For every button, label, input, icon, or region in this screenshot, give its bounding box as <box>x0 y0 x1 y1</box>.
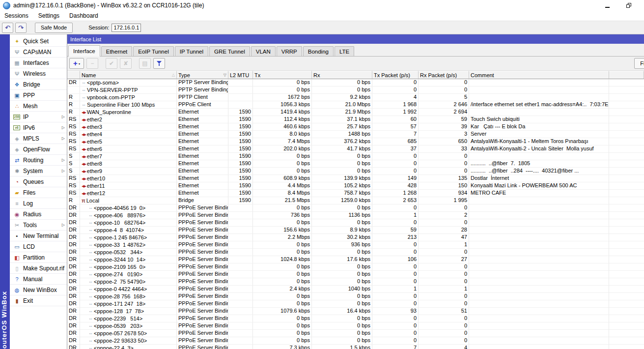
table-row[interactable]: DR⇔<pppoe-1 245 84676>PPPoE Server Bindi… <box>67 234 644 241</box>
disable-button[interactable]: ✘ <box>120 58 132 69</box>
sidebar-item-openflow[interactable]: ◈OpenFlow <box>10 144 67 155</box>
column-header-comment[interactable]: Comment <box>469 71 609 79</box>
table-row[interactable]: DR⇔<pppoe-0532 344>PPPoE Server Binding0… <box>67 249 644 256</box>
table-row[interactable]: ⇔VPN-SERVER-PPTPPPTP Server Binding0 bps… <box>67 87 644 94</box>
column-header-rx-packet-p-s[interactable]: Rx Packet (p/s) <box>419 71 469 79</box>
table-row[interactable]: DR⇔<pppoe-171 247 18>PPPoE Server Bindin… <box>67 300 644 308</box>
table-row[interactable]: DR⇔<pppoe-0 4422 4464>PPPoE Server Bindi… <box>67 286 644 293</box>
menu-dashboard[interactable]: Dashboard <box>69 12 98 19</box>
table-row[interactable]: RS◀▶ether2Ethernet1590112.4 kbps37.1 kbp… <box>67 116 644 123</box>
sidebar-item-manual[interactable]: ?Manual <box>10 274 67 285</box>
interface-name: <pppoe-0 4422 4464> <box>94 286 147 292</box>
sidebar-item-interfaces[interactable]: ▦Interfaces <box>10 58 67 68</box>
filter-button[interactable] <box>153 58 165 69</box>
table-row[interactable]: DR⇔<pppoe-4 8 41074>PPPoE Server Binding… <box>67 227 644 234</box>
tab-ethernet[interactable]: Ethernet <box>101 46 132 56</box>
sidebar-item-bridge[interactable]: ❖Bridge <box>10 79 67 90</box>
table-row[interactable]: DR⇔<pppoe-406 88976>PPPoE Server Binding… <box>67 212 644 219</box>
table-row[interactable]: DR⇔<pppoe-40456 19 0>PPPoE Server Bindin… <box>67 204 644 212</box>
table-row[interactable]: S◀▶ether7Ethernet15900 bps0 bps00 <box>67 153 644 160</box>
table-row[interactable]: DR⇔<pppoe-3244 10 14>PPPoE Server Bindin… <box>67 256 644 263</box>
tab-bonding[interactable]: Bonding <box>303 46 334 56</box>
tab-vrrp[interactable]: VRRP <box>277 46 302 56</box>
sidebar-item-exit[interactable]: ▮Exit <box>10 295 67 306</box>
tab-vlan[interactable]: VLAN <box>251 46 276 56</box>
sidebar-item-mesh[interactable]: ∴Mesh <box>10 101 67 112</box>
comment-cell: METRO CAFE <box>469 190 609 197</box>
table-row[interactable]: DR⇔<pppoe-057 2678 50>PPPoE Server Bindi… <box>67 330 644 337</box>
column-header-tx[interactable]: Tx <box>253 71 312 79</box>
sidebar-item-files[interactable]: ▰Files <box>10 187 67 198</box>
table-row[interactable]: RS◀▶ether11Ethernet15904.4 Mbps105.2 kbp… <box>67 182 644 190</box>
enable-button[interactable]: ✔ <box>106 58 117 69</box>
table-row[interactable]: S◀▶ether8Ethernet15900 bps0 bps00.......… <box>67 160 644 168</box>
find-button[interactable]: Find <box>634 58 644 69</box>
remove-button[interactable]: − <box>86 58 98 69</box>
table-row[interactable]: RS◀▶ether10Ethernet1590608.9 kbps139.9 k… <box>67 175 644 182</box>
menu-sessions[interactable]: Sessions <box>4 12 28 19</box>
tab-gre-tunnel[interactable]: GRE Tunnel <box>209 46 250 56</box>
table-row[interactable]: R⇔Superonline Fiber 100 MbpsPPPoE Client… <box>67 101 644 109</box>
table-row[interactable]: DR⇔<pppoe-274 0190>PPPoE Server Binding0… <box>67 271 644 278</box>
table-row[interactable]: RS◀▶ether4Ethernet15908.0 kbps1488 bps73… <box>67 131 644 138</box>
sidebar-item-new-winbox[interactable]: ◍New WinBox <box>10 285 67 295</box>
table-row[interactable]: DR⇔<pppoe-28 756 168>PPPoE Server Bindin… <box>67 293 644 300</box>
table-row[interactable]: DR⇔<pppoe-0539 203>PPPoE Server Binding0… <box>67 322 644 330</box>
sidebar-item-system[interactable]: ✱System▷ <box>10 166 67 176</box>
sidebar-item-capsman[interactable]: ΨCAPsMAN <box>10 47 67 58</box>
tab-interface[interactable]: Interface <box>68 45 100 57</box>
undo-button[interactable]: ↶ <box>2 23 13 33</box>
table-row[interactable]: DR⇔<pppoe-10 682764>PPPoE Server Binding… <box>67 219 644 227</box>
column-header-tx-packet-p-s[interactable]: Tx Packet (p/s) <box>372 71 419 79</box>
table-row[interactable]: DR⇔<pppoe-33 1 48762>PPPoE Server Bindin… <box>67 241 644 249</box>
binding-interface-icon: ⇔ <box>88 279 93 285</box>
session-input[interactable] <box>112 24 141 32</box>
table-row[interactable]: DR⇔<pppoe-128 17 78>PPPoE Server Binding… <box>67 308 644 315</box>
sidebar-item-quick-set[interactable]: ✦Quick Set <box>10 36 67 47</box>
sidebar-item-make-supout-rif[interactable]: ▯Make Supout.rif <box>10 263 67 274</box>
table-row[interactable]: RS◀▶ether5Ethernet15907.4 Mbps376.2 kbps… <box>67 138 644 145</box>
table-row[interactable]: DR⇔<pppoe-22 93633 50>PPPoE Server Bindi… <box>67 337 644 345</box>
safe-mode-button[interactable]: Safe Mode <box>35 23 73 33</box>
column-header-rx[interactable]: Rx <box>312 71 372 79</box>
sidebar-item-tools[interactable]: ✂Tools▷ <box>10 220 67 231</box>
tab-eoip-tunnel[interactable]: EoIP Tunnel <box>133 46 173 56</box>
sidebar-item-mpls[interactable]: ◈MPLS▷ <box>10 133 67 144</box>
sidebar-item-ppp[interactable]: ▣PPP <box>10 90 67 101</box>
table-row[interactable]: DR⇔<pptp-soma>PPTP Server Binding0 bps0 … <box>67 79 644 87</box>
table-row[interactable]: RS◀▶ether3Ethernet1590460.6 kbps25.7 kbp… <box>67 123 644 131</box>
sidebar-item-lcd[interactable]: ▭LCD <box>10 241 67 252</box>
add-button[interactable]: +▾ <box>69 58 84 69</box>
flags-cell: RS <box>67 131 80 138</box>
table-row[interactable]: S◀▶ether9Ethernet15900 bps0 bps00.......… <box>67 168 644 175</box>
sidebar-item-ipv6[interactable]: v6IPv6▷ <box>10 122 67 133</box>
table-row[interactable]: DR⇔<pppoe-22 4 3>PPPoE Server Binding7.3… <box>67 345 644 349</box>
sidebar-item-ip[interactable]: 255IP▷ <box>10 112 67 122</box>
tab-lte[interactable]: LTE <box>335 46 354 56</box>
table-row[interactable]: DR⇔<pppoe-2239 514>PPPoE Server Binding0… <box>67 315 644 322</box>
table-row[interactable]: R⇔vpnbook.com-PPTPPPTP Client1672 bps9.2… <box>67 94 644 101</box>
restore-button[interactable] <box>624 2 633 9</box>
sidebar-item-log[interactable]: ≡Log <box>10 198 67 209</box>
comment-button[interactable]: ▤ <box>139 58 151 69</box>
sidebar-item-radius[interactable]: ◉Radius <box>10 209 67 220</box>
sidebar-item-routing[interactable]: ⇄Routing▷ <box>10 155 67 166</box>
sidebar-item-label: IP <box>23 114 28 120</box>
table-row[interactable]: RπLocalBridge159021.5 Mbps1259.0 kbps2 6… <box>67 197 644 204</box>
sidebar-item-queues[interactable]: ◔Queues <box>10 176 67 187</box>
column-header-type[interactable]: Type▽ <box>177 71 228 79</box>
sidebar-item-wireless[interactable]: ΨWireless <box>10 68 67 79</box>
table-row[interactable]: R◀▶WAN_SuperonlineEthernet15901419.4 kbp… <box>67 109 644 116</box>
minimize-button[interactable] <box>603 2 612 9</box>
tab-ip-tunnel[interactable]: IP Tunnel <box>175 46 208 56</box>
table-row[interactable]: RS◀▶ether6Ethernet1590202.0 kbps41.7 kbp… <box>67 145 644 153</box>
column-header-name[interactable]: Name△ <box>80 71 177 79</box>
sidebar-item-new-terminal[interactable]: ▪New Terminal <box>10 231 67 241</box>
table-row[interactable]: RS◀▶ether12Ethernet15908.4 Mbps758.7 kbp… <box>67 190 644 197</box>
table-row[interactable]: DR⇔<pppoe-2 75 54790>PPPoE Server Bindin… <box>67 278 644 286</box>
column-header-l2-mtu[interactable]: L2 MTU <box>228 71 253 79</box>
menu-settings[interactable]: Settings <box>38 12 59 19</box>
sidebar-item-partition[interactable]: ◧Partition <box>10 252 67 263</box>
table-row[interactable]: DR⇔<pppoe-2109 165 0>PPPoE Server Bindin… <box>67 263 644 271</box>
redo-button[interactable]: ↷ <box>15 23 27 33</box>
